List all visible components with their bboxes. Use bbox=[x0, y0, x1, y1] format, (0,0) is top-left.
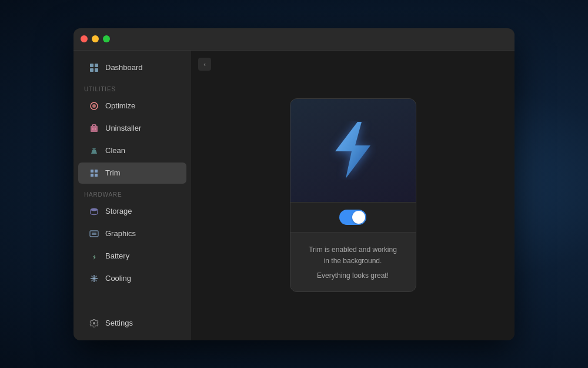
battery-icon bbox=[89, 251, 99, 261]
trim-card: Trim is enabled and working in the backg… bbox=[290, 98, 416, 292]
svg-rect-1 bbox=[95, 64, 98, 67]
maximize-button[interactable] bbox=[103, 35, 110, 42]
sidebar-item-cooling[interactable]: Cooling bbox=[78, 268, 186, 289]
svg-rect-15 bbox=[92, 233, 96, 235]
trim-toggle[interactable] bbox=[339, 210, 366, 225]
sidebar-item-graphics[interactable]: Graphics bbox=[78, 223, 186, 244]
svg-line-24 bbox=[92, 280, 93, 281]
settings-icon bbox=[89, 318, 99, 329]
trim-icon-area bbox=[290, 99, 416, 202]
svg-rect-9 bbox=[91, 170, 93, 173]
sidebar-item-cooling-label: Cooling bbox=[105, 274, 131, 283]
svg-rect-3 bbox=[95, 68, 98, 72]
svg-marker-25 bbox=[335, 122, 370, 178]
svg-rect-10 bbox=[95, 170, 98, 173]
svg-line-23 bbox=[95, 276, 97, 277]
sidebar-item-uninstaller[interactable]: Uninstaller bbox=[78, 118, 186, 139]
svg-rect-11 bbox=[91, 174, 93, 177]
traffic-lights bbox=[81, 35, 110, 42]
sidebar-item-dashboard[interactable]: Dashboard bbox=[78, 57, 186, 78]
optimize-icon bbox=[89, 101, 99, 111]
minimize-button[interactable] bbox=[92, 35, 99, 42]
trim-status-line3: Everything looks great! bbox=[309, 271, 397, 280]
lightning-bolt-icon bbox=[329, 121, 376, 180]
utilities-section-label: Utilities bbox=[74, 79, 191, 95]
svg-line-22 bbox=[95, 280, 97, 281]
hardware-section-label: Hardware bbox=[74, 184, 191, 200]
sidebar-item-battery-label: Battery bbox=[105, 251, 129, 260]
sidebar-item-clean[interactable]: Clean bbox=[78, 140, 186, 161]
sidebar-item-optimize-label: Optimize bbox=[105, 101, 135, 110]
sidebar-item-trim-label: Trim bbox=[105, 168, 121, 177]
svg-point-5 bbox=[92, 104, 96, 108]
sidebar-item-clean-label: Clean bbox=[105, 146, 125, 155]
svg-rect-12 bbox=[95, 174, 98, 177]
sidebar-item-storage[interactable]: Storage bbox=[78, 201, 186, 222]
svg-rect-6 bbox=[91, 126, 98, 132]
app-window: Dashboard Utilities Optimize bbox=[74, 28, 514, 340]
trim-toggle-area bbox=[290, 202, 416, 233]
toggle-knob bbox=[352, 211, 365, 224]
svg-rect-2 bbox=[90, 68, 93, 72]
sidebar-item-uninstaller-label: Uninstaller bbox=[105, 124, 141, 132]
sidebar-item-trim[interactable]: Trim bbox=[78, 163, 186, 184]
main-content: ‹ bbox=[191, 51, 514, 340]
dashboard-icon bbox=[89, 62, 99, 73]
sidebar-item-settings[interactable]: Settings bbox=[78, 313, 186, 334]
svg-point-16 bbox=[93, 277, 95, 280]
graphics-icon bbox=[89, 228, 99, 239]
trim-status-line1: Trim is enabled and working in the backg… bbox=[309, 244, 397, 267]
sidebar-item-graphics-label: Graphics bbox=[105, 229, 136, 238]
storage-icon bbox=[89, 206, 99, 217]
sidebar-item-settings-label: Settings bbox=[105, 319, 133, 327]
clean-icon bbox=[89, 145, 99, 156]
titlebar bbox=[74, 28, 514, 51]
sidebar-item-dashboard-label: Dashboard bbox=[105, 63, 143, 72]
trim-status-area: Trim is enabled and working in the backg… bbox=[299, 233, 406, 291]
svg-line-21 bbox=[92, 276, 93, 277]
sidebar-item-optimize[interactable]: Optimize bbox=[78, 95, 186, 117]
sidebar-item-storage-label: Storage bbox=[105, 207, 132, 216]
svg-rect-0 bbox=[90, 64, 93, 67]
svg-point-13 bbox=[91, 208, 98, 211]
content-area: Dashboard Utilities Optimize bbox=[74, 51, 514, 340]
close-button[interactable] bbox=[81, 35, 88, 42]
collapse-sidebar-button[interactable]: ‹ bbox=[198, 58, 211, 71]
sidebar-item-battery[interactable]: Battery bbox=[78, 246, 186, 267]
cooling-icon bbox=[89, 273, 99, 284]
chevron-left-icon: ‹ bbox=[203, 61, 206, 68]
sidebar: Dashboard Utilities Optimize bbox=[74, 51, 191, 340]
trim-icon bbox=[89, 168, 99, 178]
uninstaller-icon bbox=[89, 123, 99, 134]
